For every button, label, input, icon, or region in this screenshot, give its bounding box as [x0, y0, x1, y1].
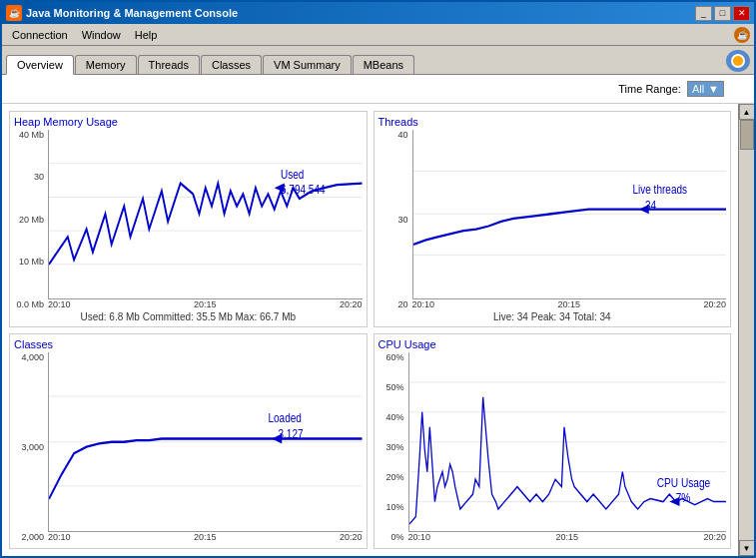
classes-x-axis: 20:10 20:15 20:20 [48, 532, 363, 542]
menu-item-connection[interactable]: Connection [6, 27, 74, 43]
main-window: ☕ Java Monitoring & Management Console _… [0, 0, 756, 558]
cpu-svg: CPU Usage 7% [409, 352, 727, 532]
threads-body: 40 30 20 [378, 130, 727, 309]
svg-text:CPU Usage: CPU Usage [656, 475, 710, 488]
heap-memory-svg: Used 6,794,544 [49, 130, 363, 298]
threads-chart: Threads 40 30 20 [374, 111, 732, 327]
tab-classes[interactable]: Classes [201, 55, 262, 74]
menu-item-window[interactable]: Window [76, 27, 127, 43]
classes-footer [14, 542, 363, 544]
maximize-button[interactable]: □ [714, 6, 731, 21]
classes-y-axis: 4,000 3,000 2,000 [14, 352, 48, 543]
cpu-title: CPU Usage [378, 338, 727, 350]
threads-y-axis: 40 30 20 [378, 130, 412, 309]
cpu-footer [378, 542, 727, 544]
cpu-chart-area: CPU Usage 7% [408, 352, 727, 533]
scroll-up-button[interactable]: ▲ [739, 104, 755, 120]
threads-title: Threads [378, 116, 727, 128]
threads-footer: Live: 34 Peak: 34 Total: 34 [378, 309, 727, 322]
classes-chart-area: Loaded 3,127 [48, 352, 363, 533]
minimize-button[interactable]: _ [695, 6, 712, 21]
charts-container: Heap Memory Usage 40 Mb 30 20 Mb 10 Mb 0… [2, 104, 738, 556]
classes-body: 4,000 3,000 2,000 [14, 352, 363, 543]
cpu-x-axis: 20:10 20:15 20:20 [408, 532, 727, 542]
window-title: Java Monitoring & Management Console [26, 7, 238, 19]
tab-threads[interactable]: Threads [138, 55, 200, 74]
svg-marker-6 [275, 184, 285, 193]
main-content: Heap Memory Usage 40 Mb 30 20 Mb 10 Mb 0… [2, 104, 754, 556]
heap-memory-title: Heap Memory Usage [14, 116, 363, 128]
svg-text:Loaded: Loaded [268, 409, 301, 424]
svg-text:Used: Used [281, 168, 304, 181]
heap-memory-chart-area: Used 6,794,544 [48, 130, 363, 299]
svg-marker-12 [638, 205, 648, 214]
scroll-down-button[interactable]: ▼ [739, 540, 755, 556]
menu-item-help[interactable]: Help [129, 27, 164, 43]
time-range-label: Time Range: [618, 83, 681, 95]
app-icon: ☕ [6, 5, 22, 21]
heap-memory-footer: Used: 6.8 Mb Committed: 35.5 Mb Max: 66.… [14, 309, 363, 322]
classes-chart: Classes 4,000 3,000 2,000 [9, 333, 368, 550]
status-icon [726, 50, 750, 72]
content-area: Time Range: All ▼ Heap Memory Usage 40 M… [2, 74, 754, 556]
cpu-y-axis: 60% 50% 40% 30% 20% 10% 0% [378, 352, 408, 543]
heap-memory-body: 40 Mb 30 20 Mb 10 Mb 0.0 Mb [14, 130, 363, 309]
scroll-thumb[interactable] [740, 120, 754, 150]
tab-overview[interactable]: Overview [6, 55, 74, 75]
tab-mbeans[interactable]: MBeans [353, 55, 414, 74]
time-range-select[interactable]: All ▼ [687, 81, 724, 97]
cpu-chart: CPU Usage 60% 50% 40% 30% 20% 10% 0% [374, 333, 732, 550]
toolbar: Time Range: All ▼ [2, 75, 754, 104]
threads-x-axis: 20:10 20:15 20:20 [412, 299, 727, 309]
heap-memory-x-axis: 20:10 20:15 20:20 [48, 299, 363, 309]
threads-svg: Live threads 34 [413, 130, 727, 298]
scroll-track [740, 120, 754, 540]
java-icon: ☕ [734, 27, 750, 43]
svg-text:Live threads: Live threads [632, 183, 687, 196]
window-controls: _ □ ✕ [695, 6, 750, 21]
close-button[interactable]: ✕ [733, 6, 750, 21]
svg-text:6,794,544: 6,794,544 [281, 183, 326, 196]
menu-bar: Connection Window Help ☕ [2, 24, 754, 46]
heap-memory-y-axis: 40 Mb 30 20 Mb 10 Mb 0.0 Mb [14, 130, 48, 309]
cpu-body: 60% 50% 40% 30% 20% 10% 0% [378, 352, 727, 543]
classes-title: Classes [14, 338, 363, 350]
scrollbar: ▲ ▼ [738, 104, 754, 556]
svg-marker-26 [669, 497, 679, 506]
tab-memory[interactable]: Memory [75, 55, 137, 74]
classes-svg: Loaded 3,127 [49, 352, 363, 532]
connection-status-icon [731, 54, 745, 68]
tabs-bar: Overview Memory Threads Classes VM Summa… [2, 46, 754, 74]
title-bar: ☕ Java Monitoring & Management Console _… [2, 2, 754, 24]
tab-vm-summary[interactable]: VM Summary [263, 55, 352, 74]
threads-chart-area: Live threads 34 [412, 130, 727, 299]
heap-memory-chart: Heap Memory Usage 40 Mb 30 20 Mb 10 Mb 0… [9, 111, 368, 327]
